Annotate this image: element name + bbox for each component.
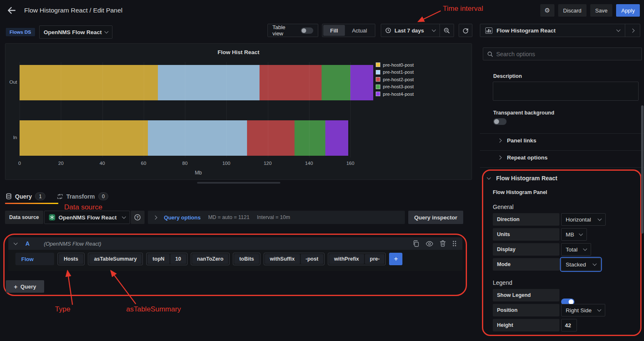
section-panel-links[interactable]: Panel links <box>498 137 537 144</box>
query-inspector-button[interactable]: Query inspector <box>408 211 463 224</box>
visualization-dropdown[interactable]: Flow Histogram React <box>480 24 625 37</box>
x-tick-label: 40 <box>100 161 105 166</box>
position-label: Position <box>493 304 559 316</box>
opennms-datasource-icon <box>49 214 55 221</box>
chip-as-table-summary[interactable]: asTableSummary <box>88 253 143 265</box>
visualization-label: Flow Histogram React <box>497 27 556 34</box>
time-range-picker[interactable]: Last 7 days <box>381 24 439 37</box>
zoom-out-time-button[interactable] <box>439 24 454 37</box>
tab-query[interactable]: Query 1 <box>6 192 45 200</box>
gridline <box>61 62 61 157</box>
grafana-panel-editor: Flow Histogram React / Edit Panel ⚙ Disc… <box>0 0 644 13</box>
legend-label: pre-host2-post <box>383 77 414 82</box>
duplicate-icon[interactable] <box>413 240 419 247</box>
section-repeat-options[interactable]: Repeat options <box>498 154 548 161</box>
options-search-input[interactable] <box>496 51 637 57</box>
trash-icon[interactable] <box>440 240 446 247</box>
flows-ds-badge[interactable]: Flows DS <box>6 28 35 36</box>
legend-label: pre-host1-post <box>383 70 414 75</box>
transparent-background-toggle[interactable] <box>493 118 507 125</box>
options-scrollbar[interactable] <box>641 105 644 234</box>
collapse-chevron-icon <box>14 241 18 245</box>
add-query-button[interactable]: + Query <box>6 280 44 293</box>
chip-with-prefix[interactable]: withPrefix pre- <box>328 253 386 265</box>
chip-with-suffix[interactable]: withSuffix -post <box>264 253 324 265</box>
legend-item[interactable]: pre-host2-post <box>376 76 414 83</box>
display-select[interactable]: Total <box>561 243 591 256</box>
chevron-down-icon <box>583 247 587 251</box>
category-label: Out <box>6 80 17 85</box>
back-button[interactable] <box>7 5 17 15</box>
clock-icon <box>385 27 391 33</box>
query-row-header[interactable]: A (OpenNMS Flow React) <box>8 237 462 250</box>
chip-hosts[interactable]: Hosts <box>57 253 85 265</box>
annotation-arrow-time-interval <box>413 8 443 25</box>
annotation-data-source: Data source <box>64 203 102 212</box>
annotation-arrow-as-table-summary <box>105 266 140 306</box>
arrow-left-icon <box>7 5 17 15</box>
bar-segment <box>295 120 325 156</box>
plot-area <box>20 62 377 157</box>
options-search <box>483 47 642 60</box>
plugin-subtitle: Flow Histogram Panel <box>493 189 547 195</box>
position-select[interactable]: Right Side <box>561 304 605 316</box>
datasource-help-button[interactable]: ? <box>131 211 145 224</box>
chevron-right-icon <box>498 139 502 143</box>
transform-count-badge: 0 <box>98 192 109 200</box>
legend-item[interactable]: pre-host0-post <box>376 61 414 69</box>
apply-button[interactable]: Apply <box>616 4 640 17</box>
legend-item[interactable]: pre-host4-post <box>376 90 414 98</box>
search-icon <box>487 51 493 57</box>
fill-option[interactable]: Fill <box>323 25 345 36</box>
chip-topn[interactable]: topN 10 <box>146 253 187 265</box>
units-select[interactable]: MB <box>561 228 587 241</box>
panel-settings-button[interactable]: ⚙ <box>540 4 554 17</box>
fill-actual-group: Fill Actual <box>322 24 375 37</box>
annotation-time-interval: Time interval <box>443 5 483 13</box>
discard-button[interactable]: Discard <box>558 4 587 17</box>
height-input[interactable] <box>561 319 577 331</box>
x-tick-label: 60 <box>141 161 146 166</box>
table-view-toggle[interactable] <box>301 27 313 34</box>
actual-option[interactable]: Actual <box>345 25 374 36</box>
help-icon: ? <box>134 214 141 221</box>
chevron-down-icon <box>597 308 602 312</box>
chip-to-bits[interactable]: toBits <box>233 253 260 265</box>
panel-resize-handle[interactable] <box>197 182 280 184</box>
chip-nan-to-zero[interactable]: nanToZero <box>191 253 230 265</box>
save-button[interactable]: Save <box>590 4 613 17</box>
refresh-button[interactable] <box>459 24 472 37</box>
eye-icon[interactable] <box>426 241 433 246</box>
section-flow-histogram-react[interactable]: Flow Histogram React <box>487 175 557 182</box>
chip-flow-type[interactable]: Flow <box>15 253 54 265</box>
svg-text:?: ? <box>136 215 138 219</box>
x-axis-label: Mb <box>20 170 377 176</box>
bar-segment <box>350 65 373 100</box>
description-textarea[interactable] <box>493 82 639 101</box>
x-tick-label: 80 <box>182 161 188 166</box>
tab-transform[interactable]: Transform 0 <box>57 192 108 200</box>
general-heading: General <box>493 204 514 210</box>
x-tick-label: 160 <box>346 161 354 166</box>
x-tick-label: 140 <box>305 161 313 166</box>
query-count-badge: 1 <box>35 192 45 200</box>
query-options-toggle[interactable]: Query options MD = auto = 1121 Interval … <box>148 211 405 224</box>
direction-select[interactable]: Horizontal <box>561 213 606 226</box>
legend-item[interactable]: pre-host1-post <box>376 69 414 76</box>
dashboard-datasource-dropdown[interactable]: OpenNMS Flow React <box>39 25 113 39</box>
drag-handle-icon[interactable] <box>452 240 457 247</box>
mode-select[interactable]: Stacked <box>561 258 601 271</box>
add-function-button[interactable]: + <box>389 253 402 265</box>
annotation-arrow-type <box>62 266 76 306</box>
units-label: Units <box>493 228 559 241</box>
options-pane-collapse-button[interactable] <box>625 24 640 37</box>
gridline <box>226 62 227 157</box>
chevron-down-icon <box>579 232 583 236</box>
datasource-picker[interactable]: OpenNMS Flow React <box>44 211 130 224</box>
page-title: Flow Histogram React / Edit Panel <box>24 7 122 14</box>
divider <box>480 133 644 134</box>
bar-segment <box>158 65 259 100</box>
legend-item[interactable]: pre-host3-post <box>376 83 414 91</box>
time-picker-group: Last 7 days <box>381 24 454 37</box>
datasource-label: Data source <box>5 211 43 224</box>
